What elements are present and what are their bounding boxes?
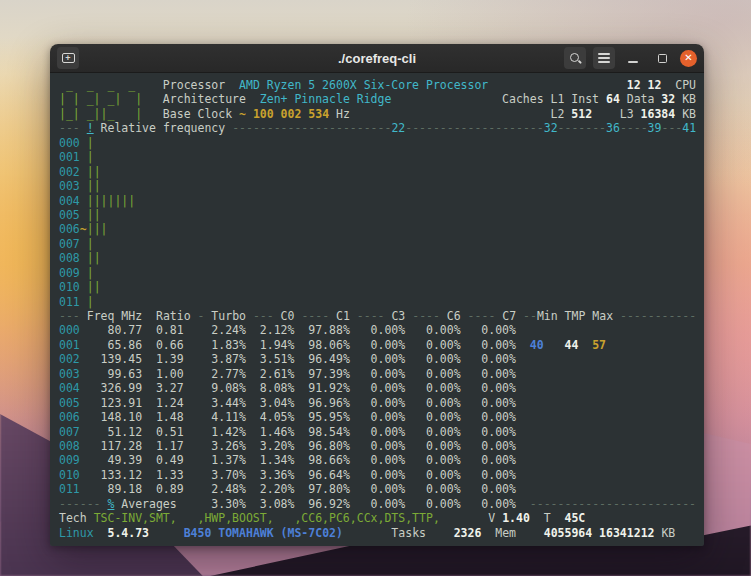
search-icon [569,52,581,64]
close-icon: ✕ [684,53,692,63]
freq-table-row: 006 148.10 1.48 4.11% 4.05% 95.95% 0.00%… [59,410,696,424]
maximize-icon [658,54,667,63]
core-bar-row: 009 | [59,266,696,280]
freq-table-row: 002 139.45 1.39 3.87% 3.51% 96.49% 0.00%… [59,352,696,366]
close-button[interactable]: ✕ [680,50,697,67]
hamburger-menu-icon [598,53,610,63]
core-bar-row: 011 | [59,295,696,309]
averages-row: ------ % Averages 3.30% 3.08% 96.92% 0.0… [59,497,696,511]
status-line: Linux 5.4.73 B450 TOMAHAWK (MS-7C02) Tas… [59,526,696,540]
terminal-header-line: |_| _||_ | Base Clock ~ 100 002 534 HzL2… [59,107,696,121]
new-tab-button[interactable]: + [57,47,79,69]
core-bar-row: 005 || [59,208,696,222]
freq-table-row: 004 326.99 3.27 9.08% 8.08% 91.92% 0.00%… [59,381,696,395]
freq-table-row: 007 51.12 0.51 1.42% 1.46% 98.54% 0.00% … [59,425,696,439]
search-button[interactable] [564,47,586,69]
new-tab-icon: + [62,53,75,63]
titlebar[interactable]: ./corefreq-cli + [50,44,704,73]
terminal-window: ./corefreq-cli + [50,44,704,546]
maximize-button[interactable] [651,47,673,69]
core-bar-row: 004 ||||||| [59,194,696,208]
core-bar-row: 007 | [59,237,696,251]
terminal-header-line: _ _ _ _ Processor AMD Ryzen 5 2600X Six-… [59,78,696,92]
relative-frequency-ruler: --- ! Relative frequency ---------------… [59,121,696,135]
terminal-header-line: | | _| _| | Architecture Zen+ Pinnacle R… [59,92,696,106]
minimize-button[interactable] [622,47,644,69]
freq-table-row: 009 49.39 0.49 1.37% 1.34% 98.66% 0.00% … [59,453,696,467]
freq-table-row: 005 123.91 1.24 3.44% 3.04% 96.96% 0.00%… [59,396,696,410]
core-bar-row: 010 || [59,280,696,294]
core-bar-row: 002 || [59,165,696,179]
freq-table-row: 000 80.77 0.81 2.24% 2.12% 97.88% 0.00% … [59,323,696,337]
freq-table-header: --- Freq MHz Ratio - Turbo --- C0 ---- C… [59,309,696,323]
freq-table-row: 011 89.18 0.89 2.48% 2.20% 97.80% 0.00% … [59,482,696,496]
status-line: Tech TSC-INV,SMT, ,HWP,BOOST, ,CC6,PC6,C… [59,511,696,525]
core-bar-row: 008 || [59,251,696,265]
core-bar-row: 000 | [59,136,696,150]
menu-button[interactable] [593,47,615,69]
desktop: ./corefreq-cli + [0,0,751,576]
terminal-screen[interactable]: _ _ _ _ Processor AMD Ryzen 5 2600X Six-… [50,73,704,546]
core-bar-row: 006~||| [59,222,696,236]
freq-table-row: 003 99.63 1.00 2.77% 2.61% 97.39% 0.00% … [59,367,696,381]
core-bar-row: 003 || [59,179,696,193]
freq-table-row: 008 117.28 1.17 3.26% 3.20% 96.80% 0.00%… [59,439,696,453]
minimize-icon [628,61,638,63]
core-bar-row: 001 | [59,150,696,164]
freq-table-row: 001 65.86 0.66 1.83% 1.94% 98.06% 0.00% … [59,338,696,352]
freq-table-row: 010 133.12 1.33 3.70% 3.36% 96.64% 0.00%… [59,468,696,482]
